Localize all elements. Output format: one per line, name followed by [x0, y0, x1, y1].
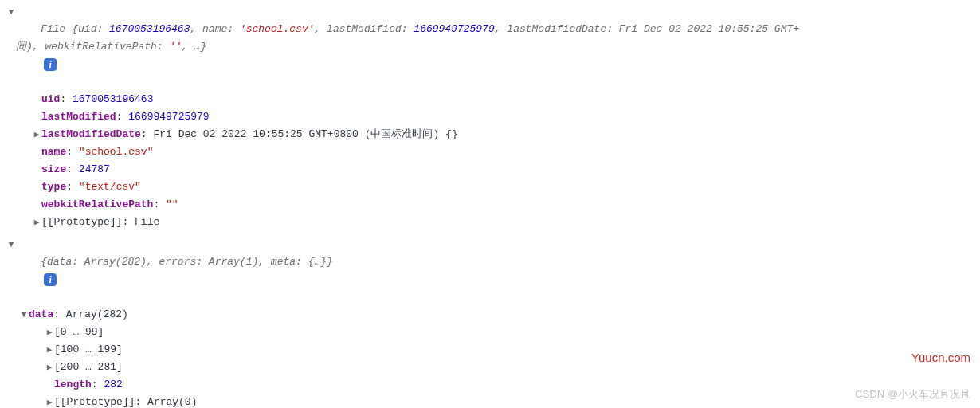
expand-toggle-icon[interactable]	[45, 341, 54, 359]
array-range-0[interactable]: [0 … 99]	[6, 324, 974, 341]
expand-toggle-icon[interactable]	[45, 359, 54, 376]
info-icon[interactable]	[44, 58, 57, 71]
prop-prototype-array[interactable]: [[Prototype]]: Array(0)	[6, 394, 974, 408]
expand-toggle-icon[interactable]	[45, 324, 54, 341]
expand-toggle-icon[interactable]	[45, 394, 54, 408]
file-header-row[interactable]: File {uid: 1670053196463, name: 'school.…	[6, 3, 974, 91]
expand-toggle-icon[interactable]	[6, 3, 16, 21]
expand-toggle-icon[interactable]	[32, 126, 41, 143]
array-range-2[interactable]: [200 … 281]	[6, 359, 974, 376]
watermark-csdn: CSDN @小火车况且况且	[855, 386, 970, 403]
array-range-1[interactable]: [100 … 199]	[6, 341, 974, 359]
prop-uid[interactable]: uid: 1670053196463	[6, 91, 974, 108]
watermark-yuucn: Yuucn.com	[911, 349, 970, 367]
prop-name[interactable]: name: "school.csv"	[6, 143, 974, 161]
expand-toggle-icon[interactable]	[19, 306, 29, 324]
prop-size[interactable]: size: 24787	[6, 161, 974, 178]
prop-length[interactable]: length: 282	[6, 376, 974, 394]
prop-webkitrelativepath[interactable]: webkitRelativePath: ""	[6, 196, 974, 214]
expand-toggle-icon[interactable]	[32, 214, 41, 231]
expand-toggle-icon[interactable]	[6, 236, 16, 253]
info-icon[interactable]	[44, 273, 57, 286]
prop-data[interactable]: data: Array(282)	[6, 306, 974, 324]
file-header-summary: File {uid: 1670053196463, name: 'school.…	[16, 3, 974, 91]
prop-lastmodified[interactable]: lastModified: 1669949725979	[6, 108, 974, 126]
prop-type[interactable]: type: "text/csv"	[6, 178, 974, 196]
object2-header-row[interactable]: {data: Array(282), errors: Array(1), met…	[6, 236, 974, 306]
prop-lastmodifieddate[interactable]: lastModifiedDate: Fri Dec 02 2022 10:55:…	[6, 126, 974, 143]
prop-prototype-file[interactable]: [[Prototype]]: File	[6, 214, 974, 231]
